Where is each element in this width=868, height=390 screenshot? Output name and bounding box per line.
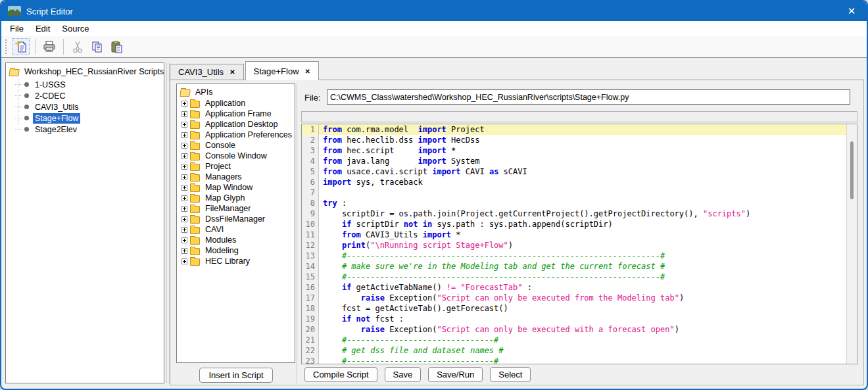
tab-cavi3-utils[interactable]: CAVI3_Utils ✕ <box>170 64 244 80</box>
expand-plus-icon[interactable] <box>181 195 187 201</box>
script-tree-item[interactable]: Stage2Elev <box>6 124 164 135</box>
expand-plus-icon[interactable] <box>181 111 187 117</box>
api-tree-item[interactable]: Application Desktop <box>177 119 295 130</box>
code-line[interactable]: if scriptDir not in sys.path : sys.path.… <box>319 219 846 230</box>
api-tree-item[interactable]: Managers <box>177 172 295 182</box>
expand-plus-icon[interactable] <box>181 248 187 254</box>
code-editor[interactable]: 1234567891011121314151617181920212223 fr… <box>301 124 857 364</box>
expand-plus-icon[interactable] <box>181 132 187 138</box>
tree-connector-stub <box>15 129 22 130</box>
select-button[interactable]: Select <box>490 367 531 382</box>
compile-script-button[interactable]: Compile Script <box>304 367 377 382</box>
editor-scrollbar[interactable] <box>846 124 857 364</box>
expand-plus-icon[interactable] <box>181 143 187 149</box>
code-line[interactable]: print("\nRunning script Stage+Flow") <box>319 240 846 251</box>
code-line[interactable]: fcst = getActiveTab().getForecast() <box>319 303 846 314</box>
api-tree-item[interactable]: DssFileManager <box>177 214 295 224</box>
code-line[interactable]: #---------------------------------------… <box>319 272 846 282</box>
scripts-tree-root[interactable]: Workshop_HEC_RussianRiver Scripts <box>9 66 164 78</box>
code-line[interactable]: raise Exception("Script can only be exec… <box>319 293 846 303</box>
paste-icon[interactable] <box>108 38 126 55</box>
api-tree-item[interactable]: Application <box>177 98 295 109</box>
script-tree-item[interactable]: 1-USGS <box>6 79 164 90</box>
close-icon[interactable]: ✕ <box>836 1 867 21</box>
script-tree-item[interactable]: Stage+Flow <box>6 112 164 124</box>
toolbar <box>1 36 867 58</box>
api-tree-item[interactable]: Modeling <box>177 245 295 256</box>
folder-icon <box>190 258 200 266</box>
script-tree-item[interactable]: CAVI3_Utils <box>6 101 164 112</box>
code-line[interactable]: try : <box>319 198 846 208</box>
api-tree-item[interactable]: Application Frame <box>177 109 295 119</box>
code-line[interactable]: from CAVI3_Utils import * <box>319 230 846 240</box>
tab-close-icon[interactable]: ✕ <box>229 68 235 76</box>
code-line[interactable]: # make sure we're in the Modeling tab an… <box>319 261 846 272</box>
code-line[interactable]: raise Exception("Script can only be exec… <box>319 324 846 335</box>
folder-icon <box>190 111 200 118</box>
api-tree-item[interactable]: Map Glyph <box>177 193 295 203</box>
code-line[interactable]: scriptDir = os.path.join(Project.getCurr… <box>319 208 846 219</box>
line-number: 2 <box>302 135 318 145</box>
file-path-input[interactable] <box>327 89 850 105</box>
code-line[interactable]: #---------------------------------------… <box>319 251 846 261</box>
print-icon[interactable] <box>41 38 58 55</box>
menu-edit[interactable]: Edit <box>30 22 56 35</box>
api-tree-item[interactable]: Application Preferences <box>177 130 295 140</box>
expand-plus-icon[interactable] <box>181 164 187 170</box>
expand-plus-icon[interactable] <box>181 227 187 233</box>
api-tree-item[interactable]: FileManager <box>177 203 295 214</box>
tree-connector-stub <box>15 95 22 96</box>
api-tree-root[interactable]: APIs <box>180 87 295 97</box>
bullet-icon <box>24 105 29 109</box>
tab-stage-flow[interactable]: Stage+Flow ✕ <box>245 61 319 80</box>
code-line[interactable]: from com.rma.model import Project <box>319 124 846 135</box>
scripts-tree-panel: Workshop_HEC_RussianRiver Scripts 1-USGS… <box>5 62 164 383</box>
expand-plus-icon[interactable] <box>181 206 187 212</box>
folder-icon <box>190 164 200 171</box>
menu-file[interactable]: File <box>4 22 30 35</box>
expand-plus-icon[interactable] <box>181 122 187 128</box>
expand-plus-icon[interactable] <box>181 185 187 191</box>
code-line[interactable]: if getActiveTabName() != "ForecastTab" : <box>319 282 846 293</box>
script-tree-item[interactable]: 2-CDEC <box>6 90 164 101</box>
save-button[interactable]: Save <box>385 367 422 382</box>
line-number: 23 <box>302 356 318 364</box>
api-tree-item[interactable]: Map Window <box>177 182 295 193</box>
insert-in-script-button[interactable]: Insert in Script <box>199 368 273 383</box>
code-line[interactable]: #-------------------------------# <box>319 335 846 345</box>
save-run-button[interactable]: Save/Run <box>428 367 483 382</box>
code-line[interactable] <box>319 187 846 198</box>
api-tree-item[interactable]: Console Window <box>177 151 295 161</box>
app-icon <box>8 6 21 16</box>
expand-plus-icon[interactable] <box>181 174 187 180</box>
middle-divider[interactable] <box>297 84 300 383</box>
expand-plus-icon[interactable] <box>181 101 187 107</box>
code-line[interactable]: from usace.cavi.script import CAVI as sC… <box>319 166 846 177</box>
cut-icon[interactable] <box>69 38 86 55</box>
code-line[interactable]: if not fcst : <box>319 314 846 324</box>
code-line[interactable]: from hec.heclib.dss import HecDss <box>319 135 846 145</box>
api-item-label: Map Window <box>203 182 254 193</box>
expand-plus-icon[interactable] <box>181 258 187 264</box>
folder-icon <box>190 132 200 139</box>
code-line[interactable]: from java.lang import System <box>319 156 846 166</box>
tab-close-icon[interactable]: ✕ <box>305 68 310 75</box>
menu-source[interactable]: Source <box>56 22 95 35</box>
api-tree-item[interactable]: Console <box>177 140 295 151</box>
api-tree-item[interactable]: Project <box>177 161 295 172</box>
expand-plus-icon[interactable] <box>181 153 187 159</box>
toolbar-drag-handle[interactable] <box>5 39 8 54</box>
code-line[interactable]: import sys, traceback <box>319 177 846 187</box>
api-tree-item[interactable]: HEC Library <box>177 256 295 266</box>
code-area[interactable]: from com.rma.model import Projectfrom he… <box>319 124 846 364</box>
expand-plus-icon[interactable] <box>181 237 187 243</box>
api-tree-item[interactable]: Modules <box>177 235 295 245</box>
code-line[interactable]: #-------------------------------# <box>319 356 846 364</box>
code-line[interactable]: from hec.script import * <box>319 145 846 156</box>
scrollbar-thumb[interactable] <box>850 141 854 199</box>
copy-icon[interactable] <box>89 38 106 55</box>
expand-plus-icon[interactable] <box>181 216 187 222</box>
code-line[interactable]: # get dss file and dataset names # <box>319 345 846 356</box>
new-script-icon[interactable] <box>12 38 30 55</box>
api-tree-item[interactable]: CAVI <box>177 224 295 235</box>
